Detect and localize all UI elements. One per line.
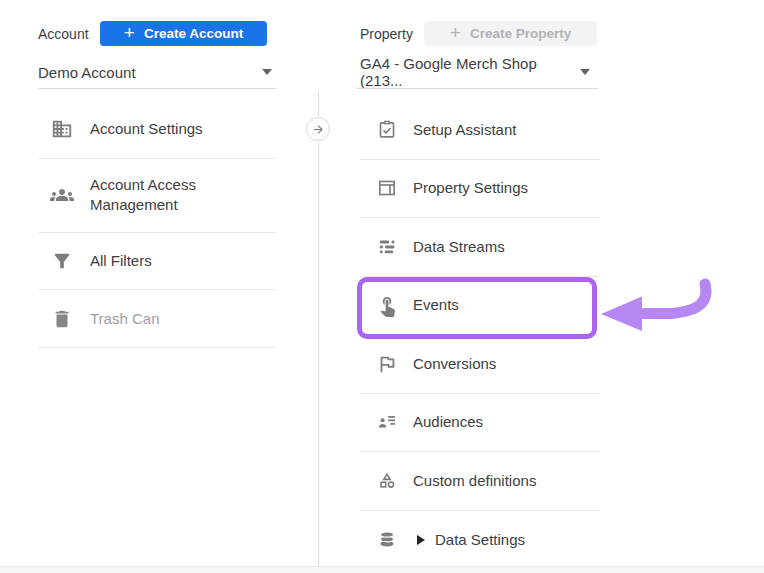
database-icon	[375, 528, 399, 552]
expand-arrow-icon[interactable]	[417, 535, 425, 545]
menu-item-property-settings[interactable]: Property Settings	[360, 160, 600, 219]
account-selector-dropdown[interactable]: Demo Account	[38, 60, 272, 84]
property-column-label: Property	[360, 26, 413, 42]
menu-item-label: Audiences	[413, 412, 483, 432]
property-settings-icon	[375, 176, 399, 200]
menu-item-label: Custom definitions	[413, 471, 536, 491]
menu-item-all-filters[interactable]: All Filters	[38, 233, 276, 291]
menu-item-label: Conversions	[413, 354, 496, 374]
menu-item-events[interactable]: Events	[360, 277, 600, 336]
property-selector-dropdown[interactable]: GA4 - Google Merch Shop (213...	[360, 60, 590, 84]
account-column-label: Account	[38, 26, 89, 42]
ga-admin-panel: Account + Create Account Demo Account Pr…	[0, 0, 764, 573]
menu-item-data-settings[interactable]: Data Settings	[360, 511, 600, 570]
menu-item-account-settings[interactable]: Account Settings	[38, 101, 276, 159]
menu-item-account-access-management[interactable]: Account Access Management	[38, 159, 276, 233]
plus-icon: +	[450, 23, 461, 42]
data-streams-icon	[375, 235, 399, 259]
menu-item-trash-can[interactable]: Trash Can	[38, 290, 276, 348]
filter-icon	[50, 249, 74, 273]
property-header-divider	[357, 88, 598, 89]
create-property-button-label: Create Property	[470, 26, 571, 41]
menu-item-label: Events	[413, 295, 459, 315]
building-icon	[50, 117, 74, 141]
account-header-divider	[38, 88, 276, 89]
account-menu: Account Settings Account Access Manageme…	[38, 101, 276, 348]
touch-icon	[375, 293, 399, 317]
menu-item-audiences[interactable]: Audiences	[360, 394, 600, 453]
collapse-column-button[interactable]	[306, 117, 330, 141]
arrow-right-icon	[312, 123, 325, 136]
property-menu: Setup Assistant Property Settings Data	[360, 101, 600, 569]
dropdown-caret-icon	[580, 69, 590, 75]
dropdown-caret-icon	[262, 69, 272, 75]
menu-item-label: Data Streams	[413, 237, 505, 257]
menu-item-label: Property Settings	[413, 178, 528, 198]
menu-item-label: All Filters	[90, 251, 152, 271]
column-divider	[318, 93, 319, 573]
menu-item-data-streams[interactable]: Data Streams	[360, 218, 600, 277]
selected-property-value: GA4 - Google Merch Shop (213...	[360, 55, 580, 89]
menu-item-conversions[interactable]: Conversions	[360, 335, 600, 394]
create-account-button-label: Create Account	[144, 26, 243, 41]
menu-item-label: Data Settings	[435, 530, 525, 550]
menu-item-label: Trash Can	[90, 309, 159, 329]
trash-icon	[50, 307, 74, 331]
create-property-button[interactable]: + Create Property	[424, 21, 597, 46]
people-icon	[50, 183, 74, 207]
bottom-strip	[0, 566, 764, 573]
setup-assistant-icon	[375, 118, 399, 142]
shapes-icon	[375, 469, 399, 493]
menu-item-custom-definitions[interactable]: Custom definitions	[360, 452, 600, 511]
menu-item-label: Account Settings	[90, 119, 203, 139]
selected-account-value: Demo Account	[38, 64, 136, 81]
menu-item-label: Setup Assistant	[413, 120, 516, 140]
audience-icon	[375, 410, 399, 434]
menu-item-label: Account Access Management	[90, 175, 276, 215]
plus-icon: +	[124, 23, 135, 42]
flag-icon	[375, 352, 399, 376]
create-account-button[interactable]: + Create Account	[100, 21, 267, 46]
menu-item-setup-assistant[interactable]: Setup Assistant	[360, 101, 600, 160]
